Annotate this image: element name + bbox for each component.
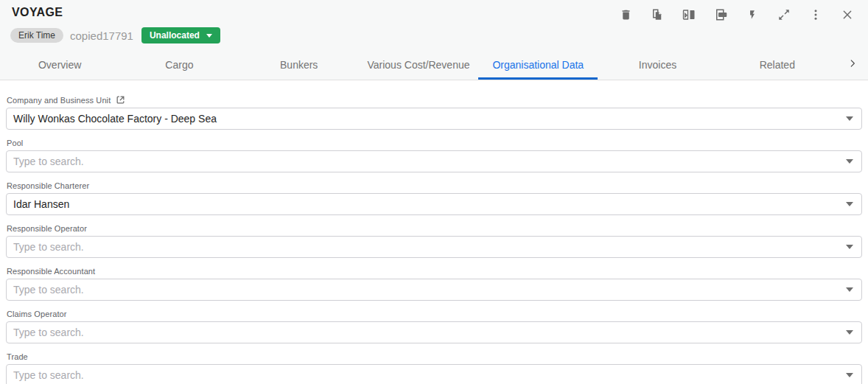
- open-in-new-icon[interactable]: [116, 95, 125, 105]
- field-label: Pool: [7, 139, 23, 147]
- lightning-icon: [747, 8, 757, 21]
- close-icon: [841, 9, 853, 21]
- trash-icon: [620, 8, 632, 21]
- responsible-accountant-input[interactable]: [6, 279, 862, 301]
- expand-icon: [777, 8, 791, 21]
- responsible-operator-input[interactable]: [6, 236, 862, 258]
- company-business-unit-input[interactable]: [6, 108, 862, 130]
- pdf-icon: PDF: [713, 8, 728, 21]
- pdf-icon-label: PDF: [719, 13, 726, 17]
- duplicate-button[interactable]: [650, 7, 665, 22]
- field-responsible-operator: Responsible Operator: [6, 224, 862, 258]
- field-label: Trade: [7, 352, 28, 361]
- window-header: VOYAGE: [0, 0, 868, 80]
- tab-related[interactable]: Related: [718, 49, 837, 80]
- header-toolbar: PDF: [618, 7, 855, 22]
- field-responsible-charterer: Responsible Charterer: [6, 181, 862, 215]
- chevron-right-icon: [847, 58, 858, 71]
- tab-overview[interactable]: Overview: [0, 49, 119, 80]
- status-badge[interactable]: Unallocated: [141, 27, 220, 43]
- organisational-data-form: Company and Business Unit Pool Responsib…: [0, 80, 868, 384]
- delete-button[interactable]: [618, 7, 633, 22]
- field-responsible-accountant: Responsible Accountant: [6, 267, 862, 301]
- compare-button[interactable]: [682, 7, 696, 22]
- field-label: Responsible Charterer: [7, 181, 89, 190]
- voyage-reference: copied17791: [70, 29, 133, 42]
- field-claims-operator: Claims Operator: [6, 310, 862, 343]
- field-label: Responsible Operator: [7, 224, 87, 233]
- trade-input[interactable]: [6, 364, 862, 384]
- tab-cargo[interactable]: Cargo: [119, 49, 239, 80]
- tabs-overflow-button[interactable]: [837, 49, 868, 80]
- pdf-export-button[interactable]: PDF: [713, 7, 728, 22]
- tab-bunkers[interactable]: Bunkers: [239, 49, 359, 80]
- field-pool: Pool: [6, 139, 862, 172]
- claims-operator-input[interactable]: [6, 321, 862, 343]
- voyage-window: VOYAGE: [0, 0, 868, 384]
- time-badge: Erik Time: [10, 28, 63, 43]
- field-label: Responsible Accountant: [7, 267, 95, 276]
- duplicate-icon: [651, 8, 664, 21]
- badge-row: Erik Time copied17791 Unallocated: [0, 27, 868, 48]
- flash-button[interactable]: [745, 7, 760, 22]
- more-options-button[interactable]: [808, 7, 823, 22]
- expand-button[interactable]: [777, 7, 791, 22]
- chevron-down-icon: [206, 34, 212, 38]
- tab-bar: Overview Cargo Bunkers Various Cost/Reve…: [0, 49, 868, 80]
- tab-organisational-data[interactable]: Organisational Data: [478, 49, 598, 80]
- tab-various-cost-revenue[interactable]: Various Cost/Revenue: [359, 49, 478, 80]
- field-trade: Trade: [6, 352, 862, 384]
- field-label: Claims Operator: [7, 310, 67, 318]
- responsible-charterer-input[interactable]: [6, 193, 862, 215]
- field-label: Company and Business Unit: [7, 96, 111, 105]
- pool-input[interactable]: [6, 150, 862, 172]
- field-company-business-unit: Company and Business Unit: [6, 95, 862, 130]
- status-badge-label: Unallocated: [150, 31, 200, 40]
- page-title: VOYAGE: [12, 4, 63, 19]
- tab-invoices[interactable]: Invoices: [598, 49, 717, 80]
- kebab-menu-icon: [809, 8, 822, 21]
- compare-icon: [682, 8, 696, 21]
- close-button[interactable]: [840, 7, 855, 22]
